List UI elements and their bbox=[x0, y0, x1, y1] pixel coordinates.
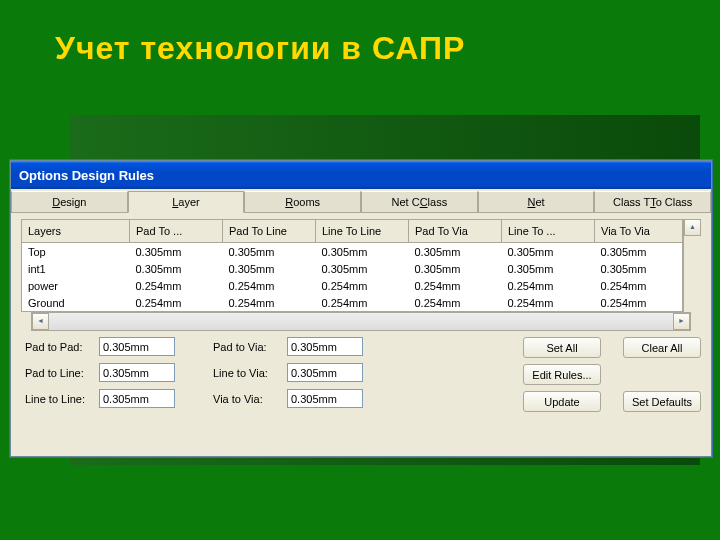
cell: 0.254mm bbox=[595, 294, 683, 312]
pad-to-via-input[interactable] bbox=[287, 337, 363, 356]
cell: 0.254mm bbox=[409, 294, 502, 312]
tab-design[interactable]: Design bbox=[11, 191, 128, 212]
scroll-up-icon[interactable]: ▲ bbox=[684, 219, 701, 236]
scroll-right-icon[interactable]: ► bbox=[673, 313, 690, 330]
cell: 0.254mm bbox=[502, 277, 595, 294]
horizontal-scrollbar[interactable]: ◄ ► bbox=[31, 312, 691, 331]
cell-layer: int1 bbox=[22, 260, 130, 277]
via-to-via-label: Via to Via: bbox=[213, 393, 283, 405]
tab-design-label: esign bbox=[60, 196, 86, 208]
pad-to-via-label: Pad to Via: bbox=[213, 341, 283, 353]
table-row[interactable]: int10.305mm0.305mm0.305mm0.305mm0.305mm0… bbox=[22, 260, 683, 277]
window-title: Options Design Rules bbox=[19, 168, 154, 183]
cell-layer: Ground bbox=[22, 294, 130, 312]
table-row[interactable]: Ground0.254mm0.254mm0.254mm0.254mm0.254m… bbox=[22, 294, 683, 312]
clear-all-button[interactable]: Clear All bbox=[623, 337, 701, 358]
cell: 0.254mm bbox=[316, 294, 409, 312]
scroll-track[interactable] bbox=[49, 313, 673, 330]
col-line-to-via[interactable]: Line To ... bbox=[502, 220, 595, 243]
tab-rooms-label: ooms bbox=[293, 196, 320, 208]
slide-title: Учет технологии в САПР bbox=[55, 30, 720, 67]
cell: 0.254mm bbox=[316, 277, 409, 294]
cell: 0.305mm bbox=[502, 243, 595, 261]
tab-rooms[interactable]: Rooms bbox=[244, 191, 361, 212]
tab-netclass-hotkey: C bbox=[420, 196, 428, 208]
line-to-via-input[interactable] bbox=[287, 363, 363, 382]
tab-ctc-prefix: Class T bbox=[613, 196, 650, 208]
app-window: Options Design Rules Design Layer Rooms … bbox=[10, 160, 712, 457]
cell: 0.305mm bbox=[595, 260, 683, 277]
col-layers[interactable]: Layers bbox=[22, 220, 130, 243]
cell: 0.305mm bbox=[130, 243, 223, 261]
controls-panel: Pad to Pad: Pad to Line: Line to Line: P… bbox=[11, 337, 711, 418]
pad-to-line-input[interactable] bbox=[99, 363, 175, 382]
col-pad-to-line[interactable]: Pad To Line bbox=[223, 220, 316, 243]
tab-netclass-label: lass bbox=[428, 196, 448, 208]
pad-to-pad-input[interactable] bbox=[99, 337, 175, 356]
tab-design-hotkey: D bbox=[52, 196, 60, 208]
tab-class-to-class[interactable]: Class TTo Class bbox=[594, 191, 711, 212]
cell: 0.305mm bbox=[223, 243, 316, 261]
cell: 0.305mm bbox=[130, 260, 223, 277]
edit-rules-button[interactable]: Edit Rules... bbox=[523, 364, 601, 385]
cell: 0.305mm bbox=[316, 260, 409, 277]
table-row[interactable]: power0.254mm0.254mm0.254mm0.254mm0.254mm… bbox=[22, 277, 683, 294]
cell: 0.254mm bbox=[409, 277, 502, 294]
titlebar: Options Design Rules bbox=[11, 161, 711, 189]
tab-layer-label: ayer bbox=[178, 196, 199, 208]
col-pad-to-pad[interactable]: Pad To ... bbox=[130, 220, 223, 243]
tab-layer[interactable]: Layer bbox=[128, 191, 245, 213]
cell: 0.305mm bbox=[409, 260, 502, 277]
via-to-via-input[interactable] bbox=[287, 389, 363, 408]
tab-net[interactable]: Net bbox=[478, 191, 595, 212]
cell: 0.305mm bbox=[409, 243, 502, 261]
rules-grid[interactable]: Layers Pad To ... Pad To Line Line To Li… bbox=[21, 219, 683, 312]
cell: 0.254mm bbox=[130, 294, 223, 312]
cell: 0.254mm bbox=[502, 294, 595, 312]
grid-area: Layers Pad To ... Pad To Line Line To Li… bbox=[21, 219, 701, 331]
set-defaults-button[interactable]: Set Defaults bbox=[623, 391, 701, 412]
col-line-to-line[interactable]: Line To Line bbox=[316, 220, 409, 243]
cell: 0.254mm bbox=[223, 294, 316, 312]
update-button[interactable]: Update bbox=[523, 391, 601, 412]
line-to-line-label: Line to Line: bbox=[25, 393, 95, 405]
pad-to-line-label: Pad to Line: bbox=[25, 367, 95, 379]
cell: 0.305mm bbox=[316, 243, 409, 261]
line-to-line-input[interactable] bbox=[99, 389, 175, 408]
cell: 0.305mm bbox=[595, 243, 683, 261]
tab-rooms-hotkey: R bbox=[285, 196, 293, 208]
cell: 0.305mm bbox=[502, 260, 595, 277]
cell-layer: Top bbox=[22, 243, 130, 261]
table-row[interactable]: Top0.305mm0.305mm0.305mm0.305mm0.305mm0.… bbox=[22, 243, 683, 261]
set-all-button[interactable]: Set All bbox=[523, 337, 601, 358]
cell-layer: power bbox=[22, 277, 130, 294]
cell: 0.254mm bbox=[223, 277, 316, 294]
vertical-scrollbar[interactable]: ▲ bbox=[683, 219, 701, 312]
scroll-left-icon[interactable]: ◄ bbox=[32, 313, 49, 330]
tab-net-label: et bbox=[535, 196, 544, 208]
col-via-to-via[interactable]: Via To Via bbox=[595, 220, 683, 243]
cell: 0.254mm bbox=[595, 277, 683, 294]
tab-netclass-prefix: Net C bbox=[392, 196, 420, 208]
tab-ctc-label: o Class bbox=[656, 196, 693, 208]
cell: 0.254mm bbox=[130, 277, 223, 294]
tab-strip: Design Layer Rooms Net CClass Net Class … bbox=[11, 191, 711, 213]
cell: 0.305mm bbox=[223, 260, 316, 277]
col-pad-to-via[interactable]: Pad To Via bbox=[409, 220, 502, 243]
line-to-via-label: Line to Via: bbox=[213, 367, 283, 379]
pad-to-pad-label: Pad to Pad: bbox=[25, 341, 95, 353]
tab-net-class[interactable]: Net CClass bbox=[361, 191, 478, 212]
